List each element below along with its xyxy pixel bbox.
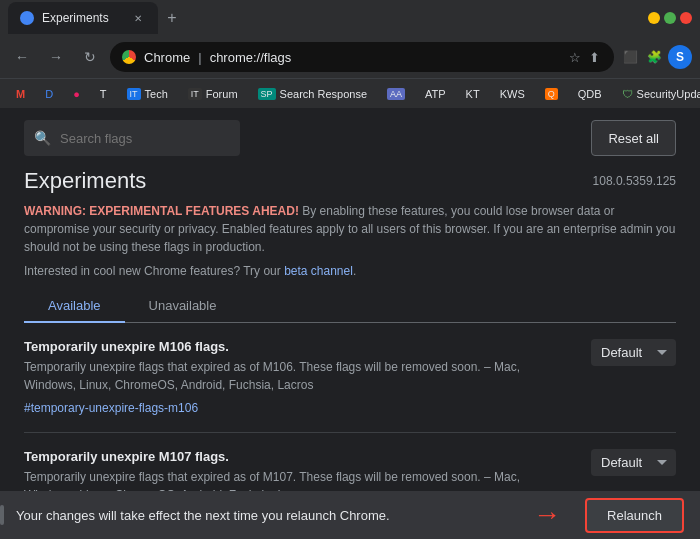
window-controls [648, 12, 692, 24]
beta-text-prefix: Interested in cool new Chrome features? … [24, 264, 284, 278]
bookmark-label-sr: Search Response [280, 88, 367, 100]
main-content: 🔍 Reset all Experiments 108.0.5359.125 W… [0, 108, 700, 491]
title-bar: Experiments ✕ + [0, 0, 700, 36]
search-icon: 🔍 [34, 130, 51, 146]
bookmark-icon[interactable]: ☆ [567, 48, 583, 67]
search-flags-input[interactable] [24, 120, 240, 156]
experiments-content: Experiments 108.0.5359.125 WARNING: EXPE… [0, 168, 700, 491]
version-text: 108.0.5359.125 [593, 174, 676, 188]
search-flags-bar: 🔍 Reset all [0, 108, 700, 168]
tab-title: Experiments [42, 11, 109, 25]
bookmark-gmail[interactable]: M [8, 86, 33, 102]
bookmark-icon-2: D [45, 88, 53, 100]
bookmark-icon-tech: IT [127, 88, 141, 100]
bookmark-label-forum: Forum [206, 88, 238, 100]
address-icons: ☆ ⬆ [567, 48, 602, 67]
bookmark-icon-forum: IT [188, 88, 202, 100]
bookmark-icon-q: Q [545, 88, 558, 100]
new-tab-button[interactable]: + [158, 4, 186, 32]
flag-item-1: Temporarily unexpire M107 flags. Tempora… [24, 433, 676, 491]
bookmark-kt[interactable]: KT [458, 86, 488, 102]
flag-name-0: Temporarily unexpire M106 flags. [24, 339, 575, 354]
bookmark-q[interactable]: Q [537, 86, 566, 102]
flag-select-1[interactable]: Default Enabled Disabled [591, 449, 676, 476]
bookmark-label-atp: ATP [425, 88, 446, 100]
bookmark-atp[interactable]: ATP [417, 86, 454, 102]
url-separator: | [198, 50, 201, 65]
bookmarks-bar: M D ● T IT Tech IT Forum SP Search Respo… [0, 78, 700, 108]
flags-tabs: Available Unavailable [24, 290, 676, 323]
bookmark-icon-t: T [100, 88, 107, 100]
url-display: chrome://flags [210, 50, 292, 65]
back-button[interactable]: ← [8, 43, 36, 71]
bookmark-sp[interactable]: SP Search Response [250, 86, 375, 102]
flag-info-0: Temporarily unexpire M106 flags. Tempora… [24, 339, 575, 416]
tab-close-button[interactable]: ✕ [130, 10, 146, 26]
chrome-logo-icon [122, 50, 136, 64]
bookmark-security[interactable]: 🛡 SecurityUpdates [614, 86, 700, 102]
minimize-button[interactable] [648, 12, 660, 24]
bookmark-forum[interactable]: IT Forum [180, 86, 246, 102]
reload-button[interactable]: ↻ [76, 43, 104, 71]
arrow-icon: → [533, 499, 561, 531]
flag-desc-0: Temporarily unexpire flags that expired … [24, 358, 575, 394]
share-icon[interactable]: ⬆ [587, 48, 602, 67]
bookmark-icon-aa: AA [387, 88, 405, 100]
extension-icon-1[interactable]: ⬛ [620, 47, 640, 67]
bottom-bar: Your changes will take effect the next t… [0, 491, 700, 539]
experiments-title: Experiments [24, 168, 146, 194]
experiments-header: Experiments 108.0.5359.125 [24, 168, 676, 194]
bookmark-label-security: SecurityUpdates [637, 88, 700, 100]
flag-name-1: Temporarily unexpire M107 flags. [24, 449, 575, 464]
forward-button[interactable]: → [42, 43, 70, 71]
bookmark-aa[interactable]: AA [379, 86, 413, 102]
flag-desc-1: Temporarily unexpire flags that expired … [24, 468, 575, 491]
address-bar: ← → ↻ Chrome | chrome://flags ☆ ⬆ ⬛ 🧩 S [0, 36, 700, 78]
flag-info-1: Temporarily unexpire M107 flags. Tempora… [24, 449, 575, 491]
flags-list: Temporarily unexpire M106 flags. Tempora… [24, 323, 676, 491]
beta-text-suffix: . [353, 264, 356, 278]
beta-channel-text: Interested in cool new Chrome features? … [24, 264, 676, 278]
bookmark-t[interactable]: T [92, 86, 115, 102]
bottom-message: Your changes will take effect the next t… [16, 508, 517, 523]
bookmark-label-tech: Tech [145, 88, 168, 100]
relaunch-button[interactable]: Relaunch [585, 498, 684, 533]
bookmark-label-kt: KT [466, 88, 480, 100]
extension-icon-2[interactable]: 🧩 [644, 47, 664, 67]
resize-handle[interactable] [0, 505, 4, 525]
address-input-wrap[interactable]: Chrome | chrome://flags ☆ ⬆ [110, 42, 614, 72]
warning-label: WARNING: EXPERIMENTAL FEATURES AHEAD! [24, 204, 299, 218]
close-button[interactable] [680, 12, 692, 24]
bookmark-tech[interactable]: IT Tech [119, 86, 176, 102]
flag-select-0[interactable]: Default Enabled Disabled [591, 339, 676, 366]
bookmark-icon-security: 🛡 [622, 88, 633, 100]
bookmark-label-qdb: QDB [578, 88, 602, 100]
bookmark-icon-sp: SP [258, 88, 276, 100]
bookmark-3[interactable]: ● [65, 86, 88, 102]
bookmark-label-kws: KWS [500, 88, 525, 100]
bookmark-icon-3: ● [73, 88, 80, 100]
flag-control-0: Default Enabled Disabled [591, 339, 676, 366]
bookmark-kws[interactable]: KWS [492, 86, 533, 102]
active-tab[interactable]: Experiments ✕ [8, 2, 158, 34]
bookmark-icon-m: M [16, 88, 25, 100]
toolbar-right: ⬛ 🧩 S [620, 45, 692, 69]
search-flags-wrap: 🔍 [24, 120, 579, 156]
bookmark-qdb[interactable]: QDB [570, 86, 610, 102]
flag-link-0[interactable]: #temporary-unexpire-flags-m106 [24, 401, 198, 415]
reset-all-button[interactable]: Reset all [591, 120, 676, 156]
maximize-button[interactable] [664, 12, 676, 24]
warning-text: WARNING: EXPERIMENTAL FEATURES AHEAD! By… [24, 202, 676, 256]
flag-item-0: Temporarily unexpire M106 flags. Tempora… [24, 323, 676, 433]
profile-button[interactable]: S [668, 45, 692, 69]
flag-control-1: Default Enabled Disabled [591, 449, 676, 476]
bookmark-2[interactable]: D [37, 86, 61, 102]
tab-unavailable[interactable]: Unavailable [125, 290, 241, 323]
tab-available[interactable]: Available [24, 290, 125, 323]
tab-favicon [20, 11, 34, 25]
beta-channel-link[interactable]: beta channel [284, 264, 353, 278]
chrome-label: Chrome [144, 50, 190, 65]
